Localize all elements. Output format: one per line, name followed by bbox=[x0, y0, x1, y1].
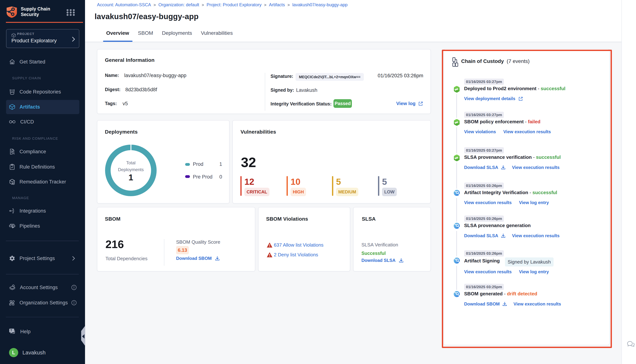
svg-text:?: ? bbox=[10, 329, 12, 332]
